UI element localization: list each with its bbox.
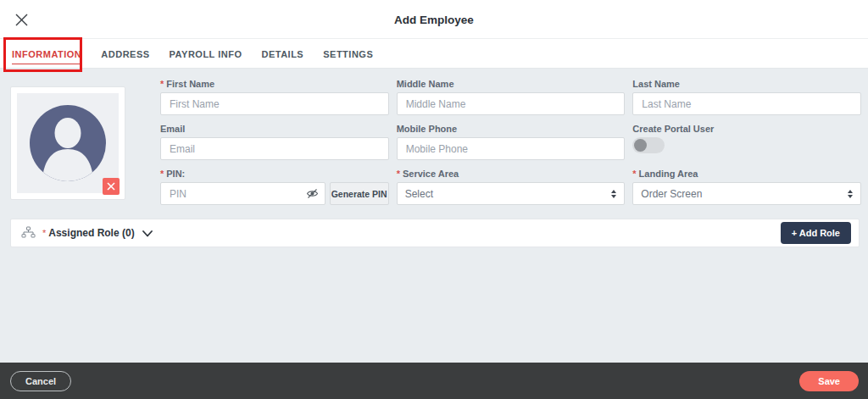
field-pin: * PIN: [160,169,389,205]
cancel-button[interactable]: Cancel [10,371,71,391]
mobile-phone-label: Mobile Phone [397,124,626,134]
email-label: Email [160,124,389,134]
eye-slash-icon [306,187,319,200]
service-area-label: * Service Area [397,169,626,179]
tab-bar: INFORMATION ADDRESS PAYROLL INFO DETAILS… [0,38,868,69]
field-email: Email [160,124,389,160]
tab-settings[interactable]: SETTINGS [323,41,373,67]
required-marker: * [160,169,164,179]
avatar-placeholder-icon [29,104,107,182]
field-landing-area: * Landing Area Order Screen [632,169,861,205]
tab-information[interactable]: INFORMATION [12,41,81,67]
first-name-input[interactable] [160,92,389,115]
add-employee-modal: Add Employee INFORMATION ADDRESS PAYROLL… [0,0,868,399]
pin-input[interactable] [160,182,326,205]
pin-label: * PIN: [160,169,389,179]
required-marker: * [397,169,400,179]
last-name-input[interactable] [632,92,861,115]
chevron-down-icon [142,230,153,237]
create-portal-user-label: Create Portal User [632,124,861,134]
field-first-name: * First Name [160,79,389,115]
select-updown-icon [611,190,616,198]
fields-grid: * First Name Middle Name Last Name [160,79,861,205]
middle-name-label: Middle Name [397,79,626,89]
middle-name-input[interactable] [397,92,626,115]
remove-photo-button[interactable] [103,178,120,195]
mobile-phone-input[interactable] [397,137,626,160]
tab-details[interactable]: DETAILS [261,41,303,67]
footer-bar: Cancel Save [0,363,868,399]
field-create-portal-user: Create Portal User [632,124,861,160]
add-role-button[interactable]: + Add Role [781,222,851,244]
avatar-card [10,86,125,200]
toggle-knob [634,139,647,152]
field-service-area: * Service Area Select [397,169,626,205]
service-area-select[interactable]: Select [397,182,626,205]
field-last-name: Last Name [632,79,861,115]
service-area-value: Select [405,188,612,200]
page-title: Add Employee [0,14,868,26]
remove-photo-x-icon [107,182,115,191]
first-name-label: * First Name [160,79,389,89]
generate-pin-button[interactable]: Generate PIN [330,182,389,205]
tab-payroll-info[interactable]: PAYROLL INFO [170,41,242,67]
save-button[interactable]: Save [799,371,859,391]
tab-address[interactable]: ADDRESS [101,41,149,67]
landing-area-select[interactable]: Order Screen [632,182,861,205]
modal-header: Add Employee [0,0,868,38]
field-mobile-phone: Mobile Phone [397,124,626,160]
email-input[interactable] [160,137,389,160]
assigned-role-label: Assigned Role (0) [48,227,134,239]
select-updown-icon [848,190,853,198]
create-portal-user-toggle[interactable] [632,137,665,153]
field-middle-name: Middle Name [397,79,626,115]
assigned-role-expander[interactable]: * Assigned Role (0) [21,226,153,240]
toggle-pin-visibility-icon[interactable] [306,187,319,200]
required-marker: * [632,169,636,179]
required-marker: * [160,79,164,89]
org-hierarchy-icon [21,226,36,240]
last-name-label: Last Name [632,79,861,89]
landing-area-value: Order Screen [641,188,848,200]
assigned-role-bar: * Assigned Role (0) + Add Role [10,219,860,247]
required-marker: * [42,228,46,238]
form-content: * First Name Middle Name Last Name [0,69,868,363]
landing-area-label: * Landing Area [632,169,861,179]
